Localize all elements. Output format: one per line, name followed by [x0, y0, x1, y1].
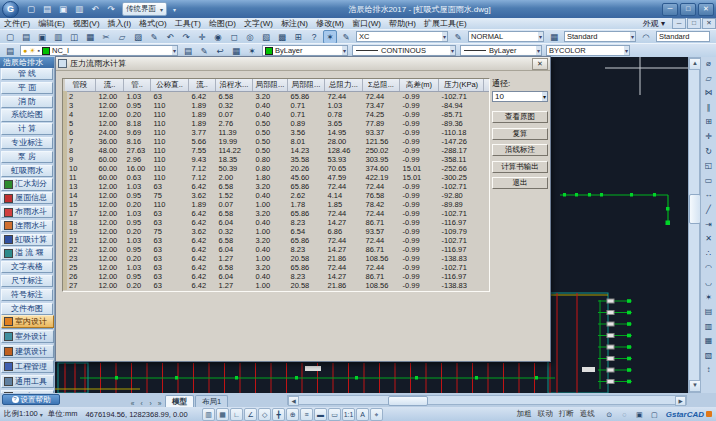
table-row[interactable]: 2112.001.03636.426.583.2065.8672.4472.44… — [65, 236, 490, 245]
zoom-previous-icon[interactable]: ◎ — [243, 30, 257, 44]
help-icon[interactable]: ? — [307, 30, 321, 44]
bulb-icon[interactable]: ● — [23, 47, 27, 54]
grid-icon[interactable]: ▦ — [216, 408, 229, 421]
table-row[interactable]: 212.001.03636.426.583.2065.8672.4472.44-… — [65, 92, 490, 102]
view-original-drawing-button[interactable]: 查看原图 — [492, 111, 548, 123]
table-row[interactable]: 2312.000.20636.421.271.0020.5821.86108.5… — [65, 254, 490, 263]
sidebar-item-symbol-annotation[interactable]: 符号标注 — [1, 289, 53, 301]
calculation-table[interactable]: 管段流..管..公称直..流..沿程水...局部阻...局部阻...总阻力...… — [63, 79, 490, 290]
next-tab-icon[interactable]: › — [146, 400, 155, 407]
ortho-icon[interactable]: ∟ — [230, 408, 243, 421]
sidebar-item-text-table[interactable]: 文字表格 — [1, 261, 53, 273]
pan-icon[interactable]: ✛ — [195, 30, 209, 44]
publish-icon[interactable]: ▦ — [83, 30, 97, 44]
chevron-down-icon[interactable]: ▾ — [342, 46, 347, 55]
menu-item[interactable]: 格式(O) — [135, 18, 171, 29]
preview-icon[interactable]: ◫ — [67, 30, 81, 44]
sidebar-item-roof-info[interactable]: 屋面信息 — [1, 192, 53, 204]
table-row[interactable]: 1312.001.03636.426.583.2065.8672.4472.44… — [65, 182, 490, 191]
erase-icon[interactable]: ⌀ — [701, 57, 716, 72]
model-space-icon[interactable]: ▭ — [328, 408, 341, 421]
sidebar-tab-interior-design[interactable]: 室内设计 — [1, 315, 54, 328]
chevron-down-icon[interactable]: ▾ — [40, 411, 43, 418]
caliber-select[interactable]: 10 ▾ — [492, 91, 548, 102]
open-icon[interactable]: ▤ — [19, 30, 33, 44]
dialog-titlebar[interactable]: 压力流雨水计算 ✕ — [56, 57, 550, 71]
new-icon[interactable]: ▢ — [3, 30, 17, 44]
status-toggle-2[interactable]: 打断 — [556, 409, 577, 419]
status-toggle-1[interactable]: 联动 — [535, 409, 556, 419]
bulb-icon[interactable]: ◌ — [618, 408, 631, 421]
menu-item[interactable]: 帮助(H) — [385, 18, 420, 29]
draw-pencil-icon[interactable]: ✎ — [339, 30, 353, 44]
pipe-style-combo[interactable]: NORMAL ▾ — [468, 31, 544, 42]
render-icon[interactable]: ▩ — [275, 30, 289, 44]
table-row[interactable]: 2212.000.95636.426.040.408.2314.2786.71-… — [65, 245, 490, 254]
menu-item[interactable]: 插入(I) — [104, 18, 136, 29]
sidebar-item-pipeline[interactable]: 管 线 — [1, 68, 53, 80]
sidebar-tab-project-management[interactable]: 工程管理 — [1, 360, 54, 373]
open-icon[interactable]: ▤ — [40, 2, 54, 16]
osnap-icon[interactable]: ◇ — [258, 408, 271, 421]
scale-combo[interactable]: 比例1:100 ▾ — [4, 409, 43, 419]
redo-icon[interactable]: ↷ — [179, 30, 193, 44]
recalculate-button[interactable]: 复算 — [492, 128, 548, 140]
table-row[interactable]: 2612.000.95636.426.040.408.2314.2786.71-… — [65, 272, 490, 281]
dim-style-icon[interactable]: ◠ — [639, 30, 653, 44]
table-row[interactable]: 848.0027.631107.55114.220.5014.23128.462… — [65, 146, 490, 155]
copy-icon[interactable]: ▱ — [701, 72, 716, 87]
setting-help-button[interactable]: ? 设置帮助 — [2, 394, 60, 405]
export-calculation-book-button[interactable]: 计算书输出 — [492, 161, 548, 173]
sidebar-item-fire[interactable]: 消 防 — [1, 96, 53, 108]
inline-annotate-button[interactable]: 沿线标注 — [492, 144, 548, 156]
join-icon[interactable]: ∴ — [701, 247, 716, 262]
trim-icon[interactable]: ╱ — [701, 203, 716, 218]
chamfer-icon[interactable]: ◠ — [701, 261, 716, 276]
scale-icon[interactable]: ◱ — [701, 159, 716, 174]
chevron-down-icon[interactable]: ▾ — [542, 92, 547, 101]
properties-icon[interactable]: ▧ — [259, 30, 273, 44]
chevron-down-icon[interactable]: ▾ — [624, 46, 629, 55]
color-combo[interactable]: ByLayer ▾ — [262, 45, 348, 56]
snap-icon[interactable]: ▥ — [202, 408, 215, 421]
app-logo[interactable]: G — [2, 1, 19, 18]
table-row[interactable]: 624.009.691103.7711.390.503.5614.9593.37… — [65, 128, 490, 137]
save-icon[interactable]: ▣ — [35, 30, 49, 44]
table-row[interactable]: 1512.000.201101.890.071.001.781.8578.42-… — [65, 200, 490, 209]
menu-item[interactable]: 编辑(E) — [34, 18, 69, 29]
sidebar-item-siphon-calc[interactable]: 虹吸计算 — [1, 234, 53, 246]
scroll-left-icon[interactable]: ◀ — [288, 396, 299, 406]
zoom-realtime-icon[interactable]: ◉ — [211, 30, 225, 44]
table-row[interactable]: 1160.000.631107.122.001.8045.6047.59422.… — [65, 173, 490, 182]
dim-style-combo[interactable]: Standard — [656, 31, 710, 42]
quick-toolbar-more-icon[interactable]: ▾ — [173, 6, 176, 13]
sidebar-item-file-layout[interactable]: 文件布图 — [1, 303, 53, 315]
zoom-window-icon[interactable]: ◻ — [227, 30, 241, 44]
sidebar-item-system-drawing[interactable]: 系统绘图 — [1, 109, 53, 121]
vertical-scrollbar[interactable]: ▲ ▼ — [688, 57, 700, 393]
cut-icon[interactable]: ✂ — [99, 30, 113, 44]
lock-ui-icon[interactable]: ⊙ — [603, 408, 616, 421]
sidebar-item-catchment-division[interactable]: 汇水划分 — [1, 178, 53, 190]
paste-icon[interactable]: ▨ — [131, 30, 145, 44]
copy-icon[interactable]: ▱ — [115, 30, 129, 44]
match-properties-icon[interactable]: ✎ — [147, 30, 161, 44]
draw-order-above-icon[interactable]: ▦ — [701, 334, 716, 349]
menu-item[interactable]: 工具(T) — [171, 18, 205, 29]
tab-model[interactable]: 模型 — [165, 395, 194, 407]
mirror-icon[interactable]: ⋈ — [701, 86, 716, 101]
horizontal-scrollbar[interactable]: ◀ ▶ — [287, 395, 687, 405]
polar-icon[interactable]: ∠ — [244, 408, 257, 421]
chevron-down-icon[interactable]: ▾ — [538, 32, 543, 41]
otrack-icon[interactable]: ╋ — [272, 408, 285, 421]
chevron-down-icon[interactable]: ▾ — [172, 46, 177, 55]
annotation-visibility-icon[interactable]: A — [356, 408, 369, 421]
sidebar-item-connect-rain-hopper[interactable]: 连雨水斗 — [1, 220, 53, 232]
sun-icon[interactable]: ☀ — [29, 47, 35, 55]
chevron-down-icon[interactable]: ▾ — [630, 32, 635, 41]
table-row[interactable]: 1060.0016.001107.1250.390.8020.2670.6537… — [65, 164, 490, 173]
exit-button[interactable]: 退出 — [492, 177, 548, 189]
table-row[interactable]: 312.000.951101.890.320.400.711.0373.47-0… — [65, 101, 490, 110]
pipe-style-icon[interactable]: ✎ — [451, 30, 465, 44]
table-row[interactable]: 512.008.181101.892.760.500.893.6577.89-0… — [65, 119, 490, 128]
